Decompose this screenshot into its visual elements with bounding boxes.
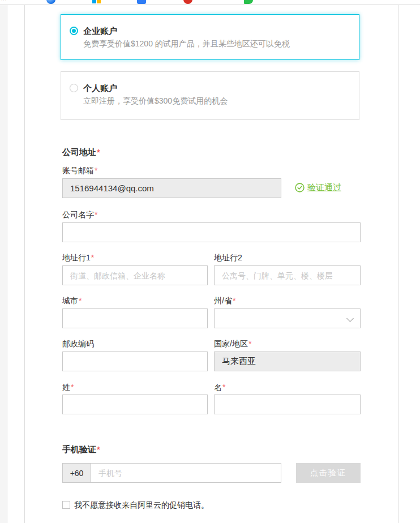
label-postal-code: 邮政编码	[62, 339, 94, 349]
promo-optout-label: 我不愿意接收来自阿里云的促销电话。	[74, 500, 209, 511]
radio-personal-unselected-icon[interactable]	[70, 84, 78, 92]
required-asterisk: *	[95, 210, 97, 219]
address-line1-field[interactable]	[62, 265, 208, 285]
required-asterisk: *	[97, 147, 100, 157]
label-first-name: 名*	[214, 383, 225, 393]
phone-number-field[interactable]	[91, 463, 281, 483]
promo-optout-checkbox[interactable]	[62, 501, 70, 509]
state-province-select[interactable]	[214, 308, 361, 328]
company-name-field[interactable]	[62, 222, 361, 242]
bookmark-favicon-green-bubble-icon[interactable]	[244, 0, 253, 4]
label-state-province: 州/省*	[214, 296, 235, 306]
country-region-field	[214, 351, 361, 371]
personal-card-description: 立即注册，享受价值$300免费试用的机会	[83, 96, 228, 106]
bookmark-favicon-blue-square-icon[interactable]	[137, 0, 146, 4]
check-circle-icon	[295, 183, 305, 192]
last-name-field[interactable]	[62, 395, 208, 414]
vertical-rule-right	[398, 5, 398, 523]
city-field[interactable]	[62, 308, 208, 328]
label-address-line1: 地址行1*	[62, 253, 94, 263]
required-asterisk: *	[79, 296, 82, 305]
verification-passed-link[interactable]: 验证通过	[307, 182, 341, 193]
bookmarks-bar: ···	[0, 0, 420, 5]
required-asterisk: *	[233, 296, 235, 305]
first-name-field[interactable]	[214, 395, 361, 414]
required-asterisk: *	[97, 444, 100, 454]
radio-enterprise-selected-icon[interactable]	[70, 27, 78, 35]
required-asterisk: *	[248, 339, 251, 348]
label-city: 城市*	[62, 296, 82, 306]
bookmark-favicon-red-circle-icon[interactable]	[183, 0, 192, 4]
bookmark-favicon-color-grid-icon[interactable]	[92, 0, 101, 4]
left-rail	[0, 5, 7, 523]
account-type-card-enterprise[interactable]: 企业账户 免费享受价值$1200 的试用产品，并且某些地区还可以免税	[61, 14, 359, 60]
postal-code-field[interactable]	[62, 351, 208, 371]
enterprise-card-title: 企业账户	[83, 26, 117, 37]
personal-card-title: 个人账户	[83, 83, 117, 94]
page: ··· 企业账户 免费享受价值$1200 的试用产品，并且某些地区还可以免税 个…	[0, 0, 420, 523]
bookmark-favicon-blue-sphere-icon[interactable]	[46, 0, 55, 4]
required-asterisk: *	[95, 166, 97, 175]
section-title-company-address: 公司地址*	[62, 147, 100, 158]
label-country-region: 国家/地区*	[214, 339, 251, 349]
section-title-phone-verification: 手机验证*	[62, 444, 100, 455]
email-verified-status: 验证通过	[295, 182, 341, 193]
required-asterisk: *	[71, 383, 74, 392]
account-type-card-personal[interactable]: 个人账户 立即注册，享受价值$300免费试用的机会	[61, 71, 359, 120]
label-last-name: 姓*	[62, 383, 74, 393]
required-asterisk: *	[222, 383, 225, 392]
phone-country-code-prefix: +60	[62, 463, 91, 483]
address-line2-field[interactable]	[214, 265, 361, 285]
label-address-line2: 地址行2	[214, 253, 242, 263]
label-account-email: 账号邮箱*	[62, 166, 97, 176]
vertical-rule-left-inner	[24, 5, 25, 523]
click-to-verify-button[interactable]: 点击验证	[296, 463, 361, 483]
account-email-field	[62, 178, 281, 198]
truncated-bookmark-label: ···	[1, 0, 16, 3]
label-company-name: 公司名字*	[62, 210, 97, 220]
enterprise-card-description: 免费享受价值$1200 的试用产品，并且某些地区还可以免税	[83, 39, 290, 49]
vertical-rule-left-outer	[7, 5, 7, 523]
required-asterisk: *	[91, 253, 94, 262]
top-divider	[0, 5, 420, 5]
